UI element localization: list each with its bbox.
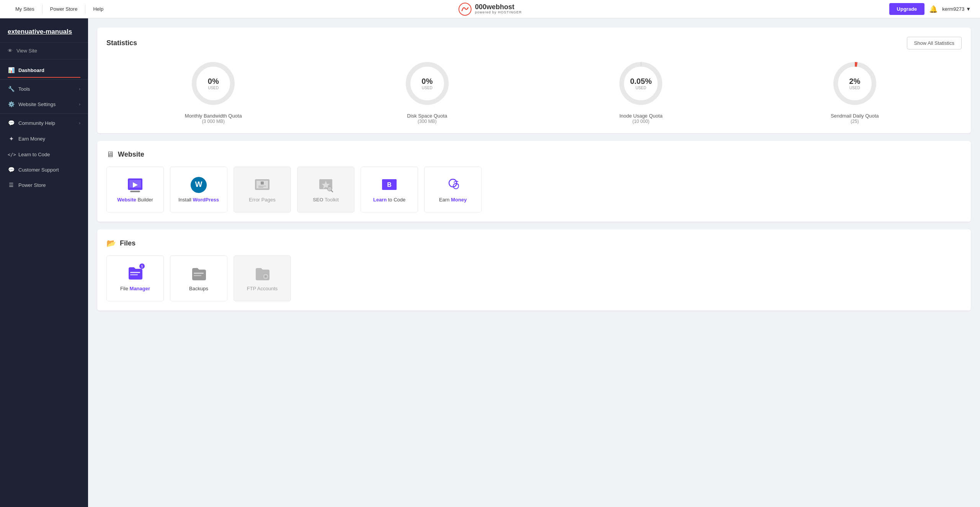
bell-icon[interactable]: 🔔 [929, 5, 938, 13]
chevron-right-icon: › [79, 102, 80, 106]
website-builder-icon [127, 177, 143, 193]
sendmail-text: 2% USED [849, 77, 860, 90]
chevron-right-icon: › [79, 87, 80, 91]
sidebar-item-website-settings[interactable]: ⚙️ Website Settings › [0, 96, 88, 112]
error-pages-icon [254, 177, 270, 193]
seo-toolkit-label: SEO Toolkit [313, 197, 339, 203]
sidebar-item-label: Tools [18, 86, 30, 92]
ftp-accounts-label: FTP Accounts [247, 286, 278, 291]
user-menu[interactable]: kerm9273 ▼ [942, 6, 971, 12]
statistics-header: Statistics Show All Statistics [106, 37, 962, 49]
wordpress-icon: W [191, 177, 207, 193]
inode-sub: (10 000) [632, 119, 650, 124]
inode-percent: 0.05% [630, 77, 652, 86]
sendmail-name: Sendmail Daily Quota [831, 113, 879, 119]
user-chevron-icon: ▼ [966, 6, 971, 12]
brand-name: 000webhost [475, 3, 522, 11]
files-section-title: Files [120, 239, 136, 247]
tools-icon: 🔧 [8, 86, 15, 92]
settings-icon: ⚙️ [8, 101, 15, 107]
brand-sub: powered by HOSTINGER [475, 11, 522, 15]
sidebar-item-power-store[interactable]: ☰ Power Store [0, 177, 88, 193]
disk-text: 0% USED [421, 77, 433, 90]
sidebar-item-learn-to-code[interactable]: </> Learn to Code [0, 147, 88, 162]
sidebar-item-customer-support[interactable]: 💬 Customer Support [0, 162, 88, 177]
sidebar-item-earn-money[interactable]: ✦ Earn Money [0, 131, 88, 147]
nav-divider2 [85, 5, 85, 14]
inode-text: 0.05% USED [630, 77, 652, 90]
inode-name: Inode Usage Quota [619, 113, 663, 119]
stat-sendmail: 2% USED Sendmail Daily Quota (25) [748, 59, 962, 124]
help-link[interactable]: Help [87, 0, 109, 18]
store-icon: ☰ [8, 182, 15, 188]
disk-sub: (300 MB) [418, 119, 436, 124]
stat-inode: 0.05% USED Inode Usage Quota (10 000) [534, 59, 748, 124]
stat-disk: 0% USED Disk Space Quota (300 MB) [320, 59, 534, 124]
svg-rect-31 [194, 273, 204, 274]
community-icon: 💬 [8, 120, 15, 126]
upgrade-button[interactable]: Upgrade [889, 3, 925, 15]
error-pages-label: Error Pages [249, 197, 275, 203]
statistics-grid: 0% USED Monthly Bandwidth Quota (3 000 M… [106, 59, 962, 124]
files-items-grid: 1 File Manager [106, 255, 962, 301]
error-pages-item: Error Pages [234, 167, 291, 213]
sidebar-item-label: Dashboard [18, 67, 44, 73]
earn-money-icon: ✦ [8, 135, 15, 142]
install-wordpress-item[interactable]: W Install WordPress [170, 167, 227, 213]
website-section-title: Website [118, 150, 144, 159]
svg-rect-29 [130, 272, 140, 273]
sidebar-site-name[interactable]: extenuative-manuals [0, 18, 88, 43]
backups-item[interactable]: Backups [170, 255, 227, 301]
disk-percent: 0% [421, 77, 433, 86]
learn-to-code-label: Learn to Code [373, 197, 406, 203]
view-site-label: View Site [16, 48, 37, 54]
sidebar-item-dashboard[interactable]: 📊 Dashboard [0, 62, 88, 78]
seo-toolkit-item: SEO Toolkit [297, 167, 354, 213]
view-site-link[interactable]: 👁 View Site [0, 43, 88, 59]
topnav: My Sites Power Store Help 000webhost pow… [0, 0, 980, 18]
file-manager-item[interactable]: 1 File Manager [106, 255, 164, 301]
website-items-grid: Website Builder W Install WordPress [106, 167, 962, 213]
sidebar-item-label: Earn Money [18, 136, 45, 142]
website-builder-label: Website Builder [117, 197, 153, 203]
file-manager-icon: 1 [127, 266, 143, 282]
ftp-accounts-item: FTP Accounts [234, 255, 291, 301]
files-section-header: 📂 Files [106, 239, 962, 248]
sidebar-item-tools[interactable]: 🔧 Tools › [0, 81, 88, 96]
statistics-title: Statistics [106, 39, 137, 47]
sidebar: extenuative-manuals 👁 View Site 📊 Dashbo… [0, 18, 88, 507]
power-store-link[interactable]: Power Store [44, 0, 84, 18]
sidebar-item-community-help[interactable]: 💬 Community Help › [0, 115, 88, 131]
dashboard-icon: 📊 [8, 67, 15, 73]
file-manager-badge: 1 [139, 263, 145, 269]
sendmail-sub: (25) [851, 119, 859, 124]
sidebar-divider2 [0, 113, 88, 114]
earn-money-item[interactable]: Earn Money [424, 167, 482, 213]
stat-bandwidth: 0% USED Monthly Bandwidth Quota (3 000 M… [106, 59, 320, 124]
website-builder-item[interactable]: Website Builder [106, 167, 164, 213]
chevron-right-icon: › [79, 121, 80, 125]
files-card: 📂 Files 1 [97, 229, 971, 311]
earn-money-icon [445, 177, 461, 193]
topnav-right: Upgrade 🔔 kerm9273 ▼ [889, 3, 971, 15]
seo-toolkit-icon [318, 177, 334, 193]
disk-name: Disk Space Quota [407, 113, 447, 119]
svg-rect-12 [130, 191, 140, 192]
bandwidth-percent: 0% [208, 77, 219, 86]
show-all-statistics-button[interactable]: Show All Statistics [907, 37, 962, 49]
website-section-header: 🖥 Website [106, 150, 962, 159]
backups-label: Backups [189, 286, 208, 291]
statistics-card: Statistics Show All Statistics 0% USED [97, 28, 971, 133]
my-sites-link[interactable]: My Sites [9, 0, 41, 18]
learn-to-code-item[interactable]: B Learn to Code [361, 167, 418, 213]
sidebar-nav: 📊 Dashboard 🔧 Tools › ⚙️ Website Setting… [0, 59, 88, 196]
sendmail-percent: 2% [849, 77, 860, 86]
topnav-links: My Sites Power Store Help [9, 0, 109, 18]
sendmail-circle: 2% USED [830, 59, 880, 108]
bandwidth-name: Monthly Bandwidth Quota [185, 113, 242, 119]
sidebar-item-label: Community Help [18, 120, 55, 126]
file-manager-label: File Manager [120, 286, 150, 291]
monitor-icon: 🖥 [106, 150, 114, 159]
svg-point-34 [265, 275, 267, 278]
sidebar-item-label: Learn to Code [18, 152, 50, 157]
